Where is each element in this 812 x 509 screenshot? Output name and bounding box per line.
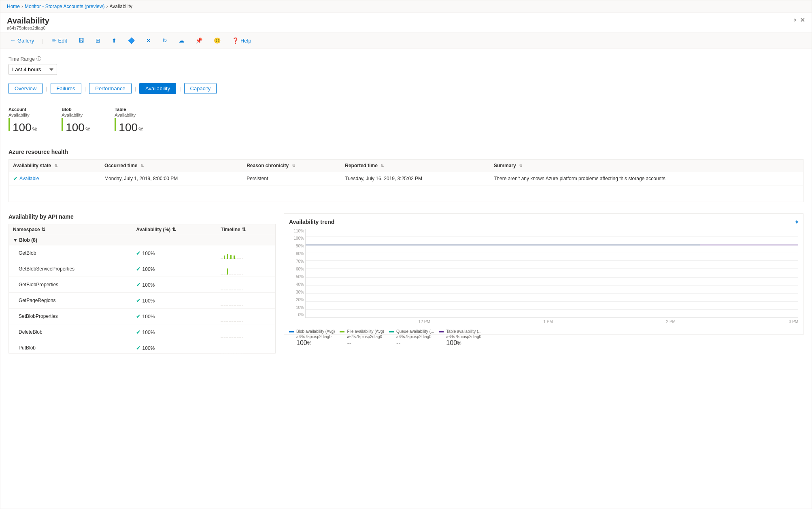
api-col-namespace[interactable]: Namespace ⇅ <box>9 224 132 235</box>
help-button[interactable]: ❓ Help <box>229 36 255 45</box>
y-label-50: 50% <box>289 275 304 279</box>
breadcrumb-monitor[interactable]: Monitor - Storage Accounts (preview) <box>25 4 104 9</box>
upload-button[interactable]: ☁ <box>175 36 187 45</box>
timeline-bar <box>242 305 243 306</box>
tab-sep-3: | <box>135 85 136 92</box>
bookmark-button[interactable]: 🔷 <box>125 36 138 45</box>
timeline-bar <box>224 353 225 354</box>
legend-blob-text: Blob availability (Avg)a64s75piosp2diag0… <box>296 329 335 347</box>
share-button[interactable]: ⬆ <box>108 36 120 45</box>
tabs-section: Overview | Failures | Performance | Avai… <box>9 83 803 94</box>
legend-file: File availability (Avg)a64s75piosp2diag0… <box>340 329 384 347</box>
avail-check-icon: ✔ <box>136 329 141 335</box>
metric-blob-label: Blob <box>62 107 90 112</box>
api-item-timeline <box>217 245 275 261</box>
breadcrumb-home[interactable]: Home <box>7 4 20 9</box>
api-col-timeline[interactable]: Timeline ⇅ <box>217 224 275 235</box>
api-item-row: DeleteBlob ✔ 100% <box>9 324 275 340</box>
timeline-bar <box>222 353 223 354</box>
metric-blob-unit: % <box>85 126 90 132</box>
breadcrumb-current: Availability <box>109 4 132 9</box>
timeline-bar <box>225 274 227 275</box>
refresh-button[interactable]: ↻ <box>159 36 170 45</box>
y-label-110: 110% <box>289 229 304 233</box>
api-item-name: GetPageRegions <box>9 292 132 308</box>
feedback-button[interactable]: 🙂 <box>210 36 224 45</box>
avail-check-icon: ✔ <box>136 281 141 288</box>
api-item-name: GetBlobProperties <box>9 277 132 292</box>
api-item-timeline <box>217 261 275 277</box>
timeline-bar <box>229 258 230 259</box>
api-group-row[interactable]: ▼ Blob (8) <box>9 235 275 245</box>
tab-overview[interactable]: Overview <box>9 83 43 94</box>
tab-performance[interactable]: Performance <box>89 83 131 94</box>
edit-button[interactable]: ✏ Edit <box>49 36 70 45</box>
legend-table-value: 100% <box>446 339 481 347</box>
timeline-bar <box>240 274 241 275</box>
delete-button[interactable]: ✕ <box>143 36 154 45</box>
timeline-bar <box>225 337 227 338</box>
avail-value: 100% <box>142 282 155 288</box>
timeline-bar <box>242 258 243 259</box>
timeline-bar <box>235 290 236 290</box>
metric-account: Account Availability 100 % <box>9 107 37 134</box>
breadcrumb-sep-2: › <box>106 4 108 9</box>
timeline-bar <box>237 258 238 259</box>
api-table-container[interactable]: Namespace ⇅ Availability (%) ⇅ Timeline … <box>9 224 276 354</box>
col-occurred-time[interactable]: Occurred time ⇅ <box>100 160 242 172</box>
sort-icon-reported: ⇅ <box>380 164 384 168</box>
group-toggle-icon[interactable]: ▼ Blob (8) <box>13 237 37 243</box>
tab-capacity[interactable]: Capacity <box>184 83 217 94</box>
api-item-name: SetBlobProperties <box>9 308 132 324</box>
time-range-info-icon[interactable]: ⓘ <box>36 55 41 62</box>
api-header-row: Namespace ⇅ Availability (%) ⇅ Timeline … <box>9 224 275 235</box>
col-availability-state[interactable]: Availability state ⇅ <box>9 160 100 172</box>
gridline-90 <box>306 253 798 253</box>
sort-icon-state: ⇅ <box>54 164 57 168</box>
pin-window-icon[interactable]: ⌖ <box>793 17 797 24</box>
tab-availability[interactable]: Availability <box>139 83 176 94</box>
col-reported-time[interactable]: Reported time ⇅ <box>341 160 490 172</box>
time-range-select[interactable]: Last 1 hour Last 4 hours Last 12 hours L… <box>9 64 57 75</box>
col-reason-chronicity[interactable]: Reason chronicity ⇅ <box>242 160 341 172</box>
y-label-70: 70% <box>289 259 304 264</box>
save-button[interactable]: 🖫 <box>75 36 87 45</box>
y-label-40: 40% <box>289 282 304 287</box>
timeline-bar <box>238 305 240 306</box>
timeline-bar <box>224 321 225 322</box>
api-col-availability[interactable]: Availability (%) ⇅ <box>132 224 217 235</box>
timeline-bar <box>234 274 235 275</box>
timeline-bar <box>242 290 243 290</box>
timeline-bar <box>237 353 238 354</box>
legend-queue-label: Queue availability (...a64s75piosp2diag0 <box>396 329 434 339</box>
timeline-bar <box>224 305 225 306</box>
gallery-button[interactable]: ← Gallery <box>7 36 37 45</box>
api-item-name: GetBlobServiceProperties <box>9 261 132 277</box>
api-item-availability: ✔ 100% <box>132 324 217 340</box>
metric-account-sublabel: Availability <box>9 113 37 117</box>
timeline-bar <box>235 353 236 354</box>
tab-failures[interactable]: Failures <box>51 83 81 94</box>
y-label-10: 10% <box>289 305 304 310</box>
timeline-bar <box>224 256 225 259</box>
clone-button[interactable]: ⊞ <box>92 36 104 45</box>
x-label-3pm: 3 PM <box>789 319 798 324</box>
timeline-bar <box>242 274 243 275</box>
avail-check-icon: ✔ <box>136 250 141 256</box>
timeline-bar <box>238 290 240 290</box>
cell-occurred: Monday, July 1, 2019, 8:00:00 PM <box>100 172 242 185</box>
legend-blob: Blob availability (Avg)a64s75piosp2diag0… <box>289 329 335 347</box>
legend-blob-label: Blob availability (Avg)a64s75piosp2diag0 <box>296 329 335 339</box>
timeline-bar <box>240 321 241 322</box>
toolbar-sep-1: | <box>42 38 43 44</box>
close-window-icon[interactable]: ✕ <box>800 16 805 24</box>
gridline-20 <box>306 309 798 310</box>
timeline-bar <box>240 353 241 354</box>
pin-button[interactable]: 📌 <box>192 36 206 45</box>
timeline-bar <box>230 353 232 354</box>
trend-pin-icon[interactable]: ⌖ <box>795 219 798 226</box>
col-summary[interactable]: Summary ⇅ <box>490 160 803 172</box>
legend-table-text: Table availability (...a64s75piosp2diag0… <box>446 329 481 347</box>
gridline-40 <box>306 293 798 294</box>
api-item-row: GetBlobProperties ✔ 100% <box>9 277 275 292</box>
